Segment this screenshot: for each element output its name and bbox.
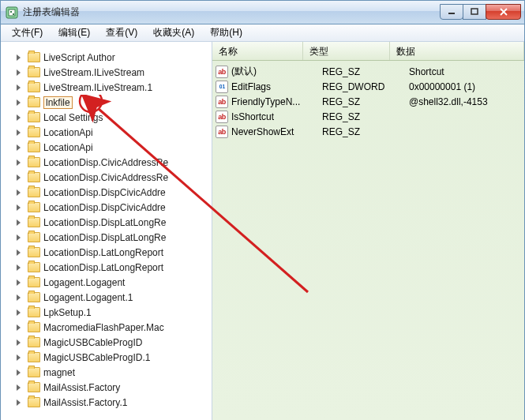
- expand-icon[interactable]: [17, 279, 21, 286]
- reg-sz-icon: [216, 111, 228, 123]
- expand-icon[interactable]: [17, 219, 21, 226]
- expand-icon[interactable]: [17, 294, 21, 301]
- expand-icon[interactable]: [17, 354, 21, 361]
- tree-item[interactable]: LocationDisp.CivicAddressRe: [1, 170, 212, 185]
- tree-item[interactable]: LocationDisp.DispCivicAddre: [1, 200, 212, 215]
- menu-view[interactable]: 查看(V): [98, 24, 145, 41]
- tree-item[interactable]: LiveStream.ILiveStream.1: [1, 80, 212, 95]
- tree-item[interactable]: LiveStream.ILiveStream: [1, 65, 212, 80]
- value-type: REG_DWORD: [322, 81, 409, 92]
- tree-item[interactable]: LocationDisp.DispLatLongRe: [1, 215, 212, 230]
- svg-rect-3: [13, 13, 14, 15]
- tree-item[interactable]: Logagent.Logagent.1: [1, 290, 212, 305]
- folder-icon: [28, 172, 40, 182]
- minimize-button[interactable]: [440, 4, 463, 20]
- expand-icon[interactable]: [17, 384, 21, 391]
- folder-icon: [28, 82, 40, 92]
- window-controls: [441, 5, 521, 20]
- expand-icon[interactable]: [17, 234, 21, 241]
- folder-icon: [28, 142, 40, 152]
- value-data: @shell32.dll,-4153: [409, 96, 521, 107]
- tree-item-label: Local Settings: [43, 112, 103, 123]
- tree-item[interactable]: lnkfile: [1, 95, 212, 110]
- tree-item[interactable]: MacromediaFlashPaper.Mac: [1, 320, 212, 335]
- tree-item[interactable]: MailAssist.Factory: [1, 380, 212, 395]
- list-row[interactable]: NeverShowExtREG_SZ: [212, 124, 524, 139]
- window-title: 注册表编辑器: [23, 6, 441, 19]
- tree-item[interactable]: LocationDisp.CivicAddressRe: [1, 155, 212, 170]
- folder-icon: [28, 382, 40, 392]
- tree-item-label: LocationDisp.DispLatLongRe: [43, 232, 166, 243]
- tree-item-label: MagicUSBCableProgID.1: [43, 352, 150, 363]
- tree-item[interactable]: LiveScript Author: [1, 50, 212, 65]
- expand-icon[interactable]: [17, 339, 21, 346]
- expand-icon[interactable]: [17, 159, 21, 166]
- tree-item-label: LiveScript Author: [43, 52, 115, 63]
- tree-item-label: LocationApi: [43, 142, 93, 153]
- expand-icon[interactable]: [17, 54, 21, 61]
- tree-item[interactable]: magnet: [1, 365, 212, 380]
- menu-favorites[interactable]: 收藏夹(A): [145, 24, 202, 41]
- tree-item[interactable]: LocationDisp.LatLongReport: [1, 260, 212, 275]
- folder-icon: [28, 232, 40, 242]
- header-type[interactable]: 类型: [303, 42, 390, 60]
- maximize-button[interactable]: [463, 4, 486, 20]
- expand-icon[interactable]: [17, 69, 21, 76]
- expand-icon[interactable]: [17, 399, 21, 406]
- list-row[interactable]: FriendlyTypeN...REG_SZ@shell32.dll,-4153: [212, 94, 524, 109]
- svg-rect-2: [10, 11, 12, 13]
- expand-icon[interactable]: [17, 369, 21, 376]
- folder-icon: [28, 217, 40, 227]
- expand-icon[interactable]: [17, 84, 21, 91]
- value-name: IsShortcut: [231, 111, 322, 122]
- expand-icon[interactable]: [17, 189, 21, 196]
- folder-icon: [28, 52, 40, 62]
- expand-icon[interactable]: [17, 204, 21, 211]
- expand-icon[interactable]: [17, 309, 21, 316]
- value-name: (默认): [231, 65, 322, 78]
- tree-item-label: lnkfile: [43, 96, 73, 109]
- tree-item[interactable]: MailAssist.Factory.1: [1, 395, 212, 410]
- list-body: (默认)REG_SZShortcutEditFlagsREG_DWORD0x00…: [212, 61, 524, 142]
- expand-icon[interactable]: [17, 174, 21, 181]
- expand-icon[interactable]: [17, 129, 21, 136]
- folder-icon: [28, 262, 40, 272]
- tree-item[interactable]: MagicUSBCableProgID.1: [1, 350, 212, 365]
- expand-icon[interactable]: [17, 324, 21, 331]
- tree-item[interactable]: Local Settings: [1, 110, 212, 125]
- folder-icon: [28, 247, 40, 257]
- menu-help[interactable]: 帮助(H): [202, 24, 250, 41]
- tree-item[interactable]: LocationApi: [1, 125, 212, 140]
- list-row[interactable]: IsShortcutREG_SZ: [212, 109, 524, 124]
- tree-item[interactable]: LpkSetup.1: [1, 305, 212, 320]
- tree-item[interactable]: MagicUSBCableProgID: [1, 335, 212, 350]
- value-data: Shortcut: [409, 66, 521, 77]
- tree-pane[interactable]: LiveScript AuthorLiveStream.ILiveStreamL…: [1, 42, 212, 420]
- folder-icon: [28, 292, 40, 302]
- expand-icon[interactable]: [17, 249, 21, 256]
- tree-item-label: Logagent.Logagent: [43, 277, 125, 288]
- header-data[interactable]: 数据: [390, 42, 524, 60]
- tree-item[interactable]: LocationDisp.LatLongReport: [1, 245, 212, 260]
- folder-icon: [28, 352, 40, 362]
- tree-item[interactable]: Logagent.Logagent: [1, 275, 212, 290]
- value-type: REG_SZ: [322, 96, 409, 107]
- close-button[interactable]: [486, 4, 521, 20]
- menu-file[interactable]: 文件(F): [4, 24, 51, 41]
- tree-item[interactable]: LocationDisp.DispCivicAddre: [1, 185, 212, 200]
- list-row[interactable]: EditFlagsREG_DWORD0x00000001 (1): [212, 79, 524, 94]
- expand-icon[interactable]: [17, 114, 21, 121]
- menu-edit[interactable]: 编辑(E): [51, 24, 98, 41]
- tree-item-label: MailAssist.Factory.1: [43, 397, 127, 408]
- titlebar[interactable]: 注册表编辑器: [1, 1, 524, 24]
- folder-icon: [28, 307, 40, 317]
- expand-icon[interactable]: [17, 264, 21, 271]
- reg-dword-icon: [216, 81, 228, 93]
- tree-item[interactable]: LocationApi: [1, 140, 212, 155]
- tree-item[interactable]: LocationDisp.DispLatLongRe: [1, 230, 212, 245]
- list-row[interactable]: (默认)REG_SZShortcut: [212, 64, 524, 79]
- expand-icon[interactable]: [17, 144, 21, 151]
- expand-icon[interactable]: [17, 99, 21, 106]
- header-name[interactable]: 名称: [212, 42, 303, 60]
- values-pane[interactable]: 名称 类型 数据 (默认)REG_SZShortcutEditFlagsREG_…: [212, 42, 524, 420]
